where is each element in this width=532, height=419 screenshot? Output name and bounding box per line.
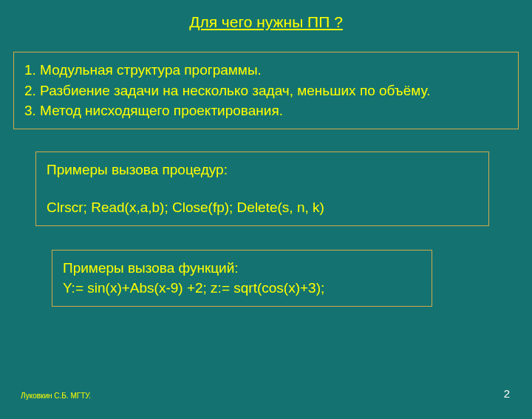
procedures-heading: Примеры вызова процедур: bbox=[47, 160, 478, 180]
functions-code: Y:= sin(x)+Abs(x-9) +2; z:= sqrt(cos(x)+… bbox=[63, 278, 421, 299]
list-item: 3. Метод нисходящего проектирования. bbox=[24, 101, 508, 121]
procedures-box: Примеры вызова процедур: Clrscr; Read(x,… bbox=[35, 151, 489, 226]
list-item: 1. Модульная структура программы. bbox=[24, 60, 508, 81]
purpose-list-box: 1. Модульная структура программы. 2. Раз… bbox=[13, 52, 519, 129]
footer-author: Луковкин С.Б. МГТУ. bbox=[21, 392, 91, 400]
footer-page-number: 2 bbox=[504, 387, 510, 400]
slide-title: Для чего нужны ПП ? bbox=[0, 0, 532, 52]
functions-heading: Примеры вызова функций: bbox=[63, 258, 421, 279]
procedures-code: Clrscr; Read(x,a,b); Close(fp); Delete(s… bbox=[47, 197, 478, 218]
functions-box: Примеры вызова функций: Y:= sin(x)+Abs(x… bbox=[52, 250, 432, 307]
list-item: 2. Разбиение задачи на несколько задач, … bbox=[24, 81, 508, 101]
